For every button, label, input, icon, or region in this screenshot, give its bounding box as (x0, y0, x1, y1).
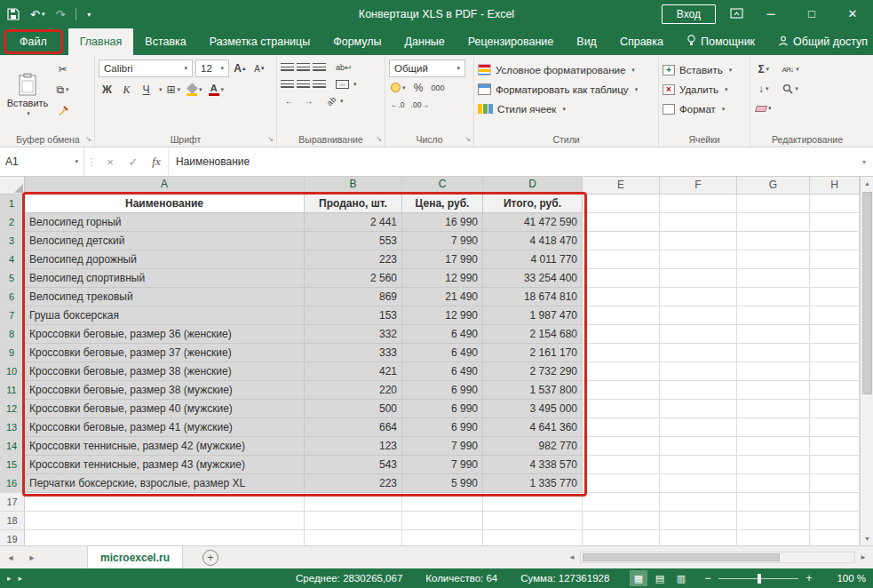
align-top-icon[interactable] (281, 63, 294, 72)
cell-F13[interactable] (660, 418, 737, 437)
align-bottom-icon[interactable] (313, 63, 326, 72)
cell-C5[interactable]: 12 990 (402, 269, 483, 288)
number-dialog-launcher[interactable]: ↘ (464, 135, 471, 143)
cell-F18[interactable] (660, 512, 737, 530)
minimize-button[interactable]: ─ (758, 3, 784, 26)
row-header-5[interactable]: 5 (0, 269, 25, 288)
cell-B11[interactable]: 220 (305, 381, 402, 400)
row-header-13[interactable]: 13 (0, 418, 25, 437)
insert-function-button[interactable]: fx (145, 147, 168, 176)
cell-E5[interactable] (583, 269, 660, 288)
cell-B10[interactable]: 421 (305, 362, 402, 381)
cell-A5[interactable]: Велосипед спортивный (25, 269, 305, 288)
fill-button[interactable]: ↓▾ (754, 80, 774, 98)
clipboard-dialog-launcher[interactable]: ↘ (85, 135, 91, 143)
cell-H12[interactable] (810, 400, 860, 418)
merge-center-button[interactable]: ↔ (336, 80, 349, 89)
cell-A16[interactable]: Перчатки боксерские, взрослые, размер XL (25, 474, 305, 493)
bold-button[interactable]: Ж (99, 81, 115, 99)
row-header-16[interactable]: 16 (0, 474, 25, 493)
cell-D14[interactable]: 982 770 (483, 437, 583, 456)
tab-review[interactable]: Рецензирование (456, 28, 566, 55)
cell-C3[interactable]: 7 990 (402, 232, 483, 250)
shrink-font-button[interactable]: А▼ (251, 60, 268, 77)
cell-H1[interactable] (810, 195, 860, 213)
format-as-table-button[interactable]: Форматировать как таблицу▾ (478, 80, 655, 99)
tab-share[interactable]: Общий доступ (766, 28, 873, 55)
font-dialog-launcher[interactable]: ↘ (267, 135, 274, 143)
align-left-icon[interactable] (281, 80, 294, 89)
cell-C8[interactable]: 6 490 (402, 325, 483, 344)
cancel-icon[interactable]: × (99, 147, 122, 176)
cell-G7[interactable] (737, 306, 810, 325)
column-header-C[interactable]: C (402, 177, 483, 195)
horizontal-scroll-track[interactable] (580, 552, 855, 563)
cell-H14[interactable] (810, 437, 860, 456)
cell-D8[interactable]: 2 154 680 (483, 325, 583, 344)
borders-button[interactable]: ⊞▾ (165, 81, 183, 99)
column-header-H[interactable]: H (810, 177, 860, 195)
number-format-select[interactable]: Общий▾ (389, 60, 465, 77)
scroll-left-button[interactable]: ◄ (566, 553, 578, 561)
cell-G13[interactable] (737, 418, 810, 437)
align-right-icon[interactable] (313, 80, 326, 89)
cell-D2[interactable]: 41 472 590 (483, 213, 583, 232)
clear-button[interactable]: ▾ (754, 99, 774, 117)
row-header-17[interactable]: 17 (0, 493, 25, 512)
tab-data[interactable]: Данные (393, 28, 456, 55)
autosum-button[interactable]: Σ▾ (754, 60, 774, 78)
tab-file[interactable]: Файл (6, 32, 60, 52)
cell-E19[interactable] (583, 530, 660, 545)
cell-C2[interactable]: 16 990 (402, 213, 483, 232)
cell-F5[interactable] (660, 269, 737, 288)
cell-C19[interactable] (402, 530, 483, 545)
conditional-formatting-button[interactable]: Условное форматирование▾ (478, 60, 655, 79)
row-header-12[interactable]: 12 (0, 400, 25, 418)
cell-G2[interactable] (737, 213, 810, 232)
name-box[interactable]: A1 ▾ (0, 147, 84, 176)
cell-F1[interactable] (660, 195, 737, 213)
cell-G9[interactable] (737, 344, 810, 362)
cell-H8[interactable] (810, 325, 860, 344)
cell-H9[interactable] (810, 344, 860, 362)
increase-decimal-button[interactable]: ←.0 (389, 96, 407, 114)
cell-B14[interactable]: 123 (305, 437, 402, 456)
cell-G1[interactable] (737, 195, 810, 213)
cell-A11[interactable]: Кроссовки беговые, размер 38 (мужские) (25, 381, 305, 400)
tab-assistant[interactable]: Помощник (675, 28, 766, 55)
cell-G8[interactable] (737, 325, 810, 344)
increase-indent-button[interactable]: → (300, 92, 317, 110)
percent-style-button[interactable]: % (410, 79, 427, 97)
decrease-decimal-button[interactable]: .00→ (409, 96, 431, 114)
cell-C17[interactable] (402, 493, 483, 512)
cell-H11[interactable] (810, 381, 860, 400)
cell-B19[interactable] (305, 530, 402, 545)
cell-D15[interactable]: 4 338 570 (483, 456, 583, 474)
scroll-up-button[interactable]: ▲ (861, 177, 873, 190)
cell-F17[interactable] (660, 493, 737, 512)
cell-C9[interactable]: 6 490 (402, 344, 483, 362)
tab-insert[interactable]: Вставка (133, 28, 197, 55)
cell-G10[interactable] (737, 362, 810, 381)
fill-color-button[interactable]: ▾ (185, 81, 204, 99)
cell-B16[interactable]: 223 (305, 474, 402, 493)
underline-button[interactable]: Ч (138, 81, 155, 99)
column-header-B[interactable]: B (305, 177, 402, 195)
paste-button[interactable]: Вставить ▾ (5, 59, 50, 131)
cell-E9[interactable] (583, 344, 660, 362)
orientation-button[interactable]: ab (325, 94, 337, 107)
horizontal-scrollbar-thumb[interactable] (583, 553, 780, 561)
cell-A8[interactable]: Кроссовки беговые, размер 36 (женские) (25, 325, 305, 344)
tab-help[interactable]: Справка (608, 28, 675, 55)
cell-A2[interactable]: Велосипед горный (25, 213, 305, 232)
zoom-out-button[interactable]: − (702, 572, 713, 584)
tab-page-layout[interactable]: Разметка страницы (198, 28, 321, 55)
cell-E3[interactable] (583, 232, 660, 250)
column-header-F[interactable]: F (660, 177, 737, 195)
cell-F6[interactable] (660, 288, 737, 306)
tab-home[interactable]: Главная (68, 28, 134, 55)
enter-icon[interactable]: ✓ (122, 147, 145, 176)
cell-E17[interactable] (583, 493, 660, 512)
cell-H18[interactable] (810, 512, 860, 530)
cell-B13[interactable]: 664 (305, 418, 402, 437)
